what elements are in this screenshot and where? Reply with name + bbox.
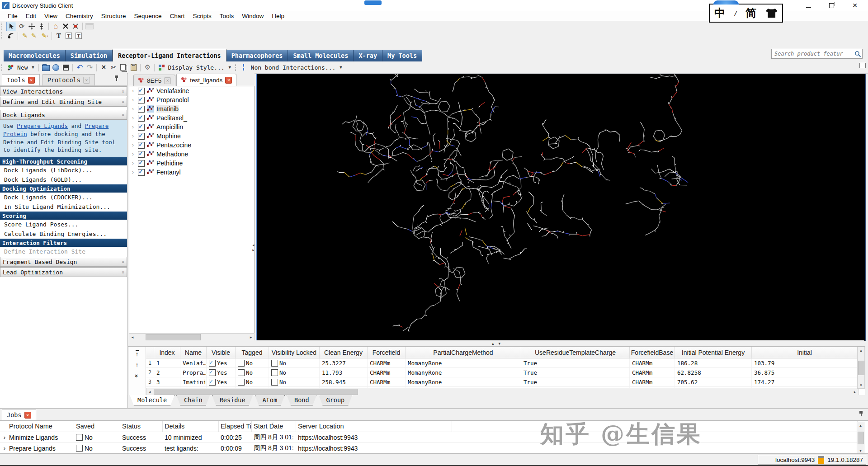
scrollbar-thumb[interactable] bbox=[154, 389, 358, 395]
jobs-column-header-details[interactable]: Details bbox=[163, 421, 219, 432]
options-gear-button[interactable]: ⚙ bbox=[143, 63, 152, 72]
scrollbar-thumb[interactable] bbox=[858, 361, 864, 375]
ribbon-tab-receptor-ligand-interactions[interactable]: Receptor-Ligand Interactions bbox=[113, 49, 226, 61]
new-molecule-icon[interactable]: + bbox=[6, 63, 15, 72]
save-button[interactable] bbox=[61, 63, 70, 72]
toolbar-grip[interactable] bbox=[1, 23, 5, 30]
delete-button[interactable]: × bbox=[99, 63, 108, 72]
saved-checkbox[interactable] bbox=[76, 445, 83, 452]
tree-expand-icon[interactable]: › bbox=[132, 97, 136, 103]
nonbond-button[interactable]: Non-bond Interactions... bbox=[251, 64, 336, 71]
tab-protocols[interactable]: Protocols × bbox=[42, 74, 95, 85]
level-tab-atom[interactable]: Atom bbox=[255, 395, 285, 405]
column-header-forcefieldbase[interactable]: ForcefieldBase bbox=[630, 347, 675, 358]
close-icon[interactable]: × bbox=[164, 77, 171, 84]
scroll-left-icon[interactable]: ◂ bbox=[146, 389, 153, 395]
column-header-index[interactable]: Index bbox=[154, 347, 180, 358]
callout-tool-button[interactable]: T bbox=[74, 32, 83, 40]
jobs-vertical-scrollbar[interactable]: ▴ ▾ bbox=[857, 422, 864, 454]
visibility-checkbox[interactable] bbox=[138, 133, 145, 140]
toolbar-grip[interactable] bbox=[1, 32, 5, 39]
paste-button[interactable] bbox=[129, 63, 138, 72]
tool-item-calculate-binding-energies-[interactable]: Calculate Binding Energies... bbox=[0, 229, 127, 239]
column-header-clean-energy[interactable]: Clean Energy bbox=[320, 347, 368, 358]
tagged-checkbox[interactable] bbox=[238, 369, 245, 376]
ime-charset-indicator[interactable]: 简 bbox=[745, 6, 756, 20]
menu-item-chart[interactable]: Chart bbox=[165, 12, 189, 20]
tool-group-view-interactions[interactable]: View Interactions» bbox=[0, 86, 127, 96]
tree-expand-icon[interactable]: › bbox=[132, 115, 136, 121]
column-header-initial-potential-energy[interactable]: Initial Potential Energy bbox=[675, 347, 752, 358]
chevron-expand-icon[interactable]: » bbox=[120, 271, 126, 274]
vis_locked-checkbox[interactable] bbox=[271, 369, 278, 376]
chevron-expand-icon[interactable]: » bbox=[120, 100, 126, 104]
visibility-checkbox[interactable] bbox=[138, 160, 145, 167]
scroll-down-icon[interactable]: ▾ bbox=[858, 447, 864, 454]
job-row[interactable]: ›Minimize LigandsNoSuccess10 minimized0:… bbox=[0, 432, 858, 443]
tool-item-dock-ligands-gold-[interactable]: Dock Ligands (GOLD)... bbox=[0, 175, 127, 184]
level-tab-chain[interactable]: Chain bbox=[176, 395, 210, 405]
jobs-column-header-status[interactable]: Status bbox=[120, 421, 163, 432]
level-tab-bond[interactable]: Bond bbox=[287, 395, 317, 405]
text-tool-button[interactable]: T bbox=[54, 32, 63, 40]
copy-button[interactable] bbox=[119, 63, 128, 72]
display-style-caret[interactable]: ▼ bbox=[228, 65, 232, 70]
ime-toolbar[interactable]: 中 / 简 bbox=[709, 4, 783, 23]
visible-checkbox[interactable] bbox=[209, 379, 216, 386]
menu-item-tools[interactable]: Tools bbox=[216, 12, 238, 20]
visible-checkbox[interactable] bbox=[209, 360, 216, 367]
jobs-column-header-saved[interactable]: Saved bbox=[74, 421, 120, 432]
pencil-tool-button[interactable]: ✎ bbox=[20, 32, 29, 40]
visibility-checkbox[interactable] bbox=[138, 115, 145, 122]
column-header-initial[interactable]: Initial bbox=[752, 347, 858, 358]
menu-item-chemistry[interactable]: Chemistry bbox=[61, 12, 97, 20]
visibility-checkbox[interactable] bbox=[138, 106, 145, 113]
text-box-tool-button[interactable]: T bbox=[64, 32, 73, 40]
tree-expand-icon[interactable]: › bbox=[132, 124, 136, 130]
minimize-button[interactable] bbox=[806, 4, 811, 8]
scroll-up-icon[interactable]: ▴ bbox=[858, 347, 864, 353]
visible-checkbox[interactable] bbox=[209, 369, 216, 376]
ribbon-tab-small-molecules[interactable]: Small Molecules bbox=[288, 50, 354, 61]
measure-tool-button[interactable] bbox=[85, 22, 94, 31]
close-icon[interactable]: × bbox=[24, 412, 31, 419]
display-style-icon[interactable] bbox=[157, 63, 166, 72]
table-vertical-scrollbar[interactable]: ▴ ▾ bbox=[857, 347, 865, 389]
column-header-forcefield[interactable]: Forcefield bbox=[368, 347, 406, 358]
column-header-tagged[interactable]: Tagged bbox=[236, 347, 269, 358]
menu-item-edit[interactable]: Edit bbox=[22, 12, 40, 20]
column-header-visibility-locked[interactable]: Visibility Locked bbox=[269, 347, 320, 358]
close-icon[interactable]: × bbox=[83, 77, 90, 84]
tree-expand-icon[interactable]: › bbox=[132, 160, 136, 166]
vis_locked-checkbox[interactable] bbox=[271, 379, 278, 386]
ligand-row-pentazocine[interactable]: ›Pentazocine bbox=[129, 141, 254, 150]
column-header-visible[interactable]: Visible bbox=[207, 347, 236, 358]
pencil-eraser-tool-button[interactable]: ✎▪ bbox=[40, 32, 49, 40]
column-header-partialchargemethod[interactable]: PartialChargeMethod bbox=[406, 347, 521, 358]
close-icon[interactable]: × bbox=[225, 77, 232, 84]
ribbon-tab-my-tools[interactable]: My Tools bbox=[382, 50, 422, 61]
ligand-row-paclitaxel-[interactable]: ›Paclitaxel_ bbox=[129, 113, 254, 122]
menu-item-view[interactable]: View bbox=[40, 12, 61, 20]
menu-item-sequence[interactable]: Sequence bbox=[130, 12, 166, 20]
select-tool-button[interactable] bbox=[6, 22, 16, 31]
column-header-useresiduetemplatecharge[interactable]: UseResidueTemplateCharge bbox=[521, 347, 630, 358]
ligand-row-propranolol[interactable]: ›Propranolol bbox=[129, 95, 254, 104]
level-tab-residue[interactable]: Residue bbox=[212, 395, 253, 405]
ribbon-tab-macromolecules[interactable]: Macromolecules bbox=[4, 50, 66, 61]
visibility-checkbox[interactable] bbox=[138, 142, 145, 149]
pencil-subscript-tool-button[interactable]: ✎∴ bbox=[30, 32, 39, 40]
tool-item-in-situ-ligand-minimization-[interactable]: In Situ Ligand Minimization... bbox=[0, 202, 127, 212]
menu-item-help[interactable]: Help bbox=[268, 12, 288, 20]
toolbar-grip[interactable] bbox=[1, 64, 5, 71]
menu-item-window[interactable]: Window bbox=[238, 12, 268, 20]
tree-expand-icon[interactable]: › bbox=[132, 151, 136, 157]
jobs-column-header-elapsed-time[interactable]: Elapsed Time bbox=[219, 421, 252, 432]
search-box[interactable] bbox=[771, 49, 863, 59]
search-input[interactable] bbox=[772, 51, 854, 57]
table-splitter[interactable]: ▴▾ bbox=[128, 340, 864, 346]
vis_locked-checkbox[interactable] bbox=[271, 360, 278, 367]
tree-expand-icon[interactable]: › bbox=[132, 142, 136, 148]
center-selection-button[interactable] bbox=[71, 22, 80, 31]
cut-button[interactable]: ✂ bbox=[109, 63, 118, 72]
